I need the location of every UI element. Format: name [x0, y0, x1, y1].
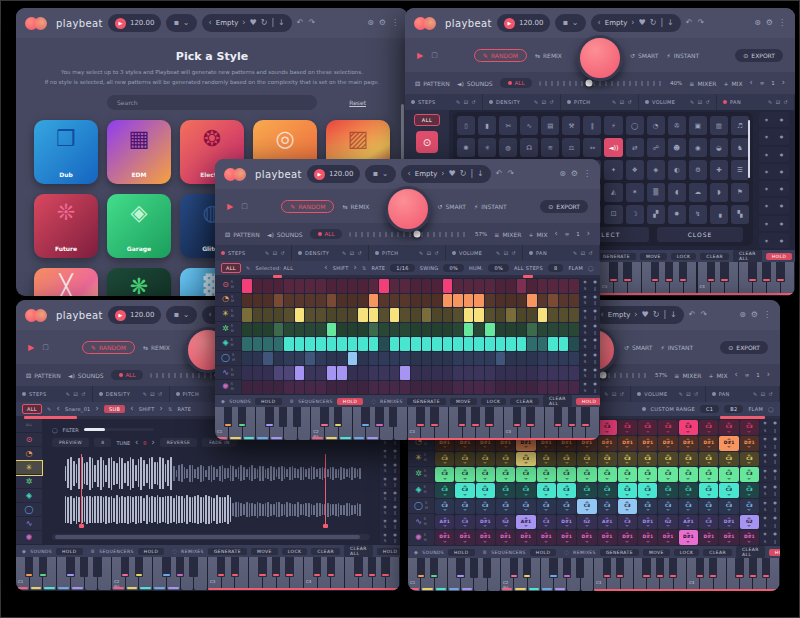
step-cell[interactable]: [253, 366, 263, 380]
note-cell[interactable]: C3: [719, 452, 738, 467]
dot-icon[interactable]: ●: [393, 462, 397, 467]
pitch-up-icon[interactable]: [646, 517, 650, 519]
note-cell[interactable]: D#1: [618, 530, 637, 545]
pitch-up-icon[interactable]: [504, 485, 508, 487]
step-cell[interactable]: [538, 381, 548, 395]
pitch-down-icon[interactable]: [565, 462, 569, 464]
solo-button[interactable]: S: [584, 344, 587, 349]
shift-left-button[interactable]: ‹: [324, 264, 328, 272]
note-cell[interactable]: C3: [679, 452, 698, 467]
step-cell[interactable]: [390, 366, 400, 380]
pitch-down-icon[interactable]: [565, 478, 569, 480]
next-sample-button[interactable]: ›: [96, 405, 100, 413]
pitch-up-icon[interactable]: [605, 469, 609, 471]
black-key[interactable]: [80, 557, 89, 577]
pitch-up-icon[interactable]: [747, 532, 751, 534]
pitch-down-icon[interactable]: [666, 446, 670, 448]
pitch-down-icon[interactable]: [544, 462, 548, 464]
pitch-down-icon[interactable]: [585, 509, 589, 511]
pitch-up-icon[interactable]: [585, 532, 589, 534]
pitch-up-icon[interactable]: [443, 517, 447, 519]
black-key[interactable]: [762, 558, 770, 578]
preview-value[interactable]: 8: [94, 438, 111, 447]
pitch-down-icon[interactable]: [544, 446, 548, 448]
step-cell[interactable]: [485, 294, 495, 308]
step-cell[interactable]: [263, 323, 273, 337]
note-cell[interactable]: C3: [496, 452, 515, 467]
step-cell[interactable]: [379, 308, 389, 322]
black-key[interactable]: [748, 262, 757, 282]
save-icon[interactable]: ↓: [670, 311, 677, 319]
pitch-down-icon[interactable]: [625, 494, 629, 496]
pitch-up-icon[interactable]: [483, 517, 487, 519]
bpm-display[interactable]: ▶120.00: [497, 14, 551, 32]
step-cell[interactable]: [369, 294, 379, 308]
black-key[interactable]: [25, 557, 34, 577]
note-cell[interactable]: C3: [658, 467, 677, 482]
note-cell[interactable]: C3: [577, 452, 596, 467]
pitch-down-icon[interactable]: [544, 478, 548, 480]
note-cell[interactable]: C3: [557, 483, 576, 498]
pitch-up-icon[interactable]: [585, 485, 589, 487]
note-cell[interactable]: A#1: [598, 515, 617, 530]
track-button-shaker[interactable]: ∿: [16, 517, 42, 531]
remix-button[interactable]: ⇆REMIX: [535, 52, 562, 59]
step-cell[interactable]: [327, 352, 337, 366]
step-cell[interactable]: [358, 337, 368, 351]
step-cell[interactable]: [242, 337, 252, 351]
step-cell[interactable]: [422, 294, 432, 308]
pitch-up-icon[interactable]: [747, 485, 751, 487]
headphone-icon[interactable]: ◉: [583, 367, 587, 372]
headphone-icon[interactable]: ◉: [763, 436, 767, 441]
sample-icon[interactable]: ▚: [731, 205, 749, 224]
step-cell[interactable]: [379, 352, 389, 366]
undo-button[interactable]: ↶: [496, 170, 503, 178]
tune-value[interactable]: 0: [143, 440, 146, 446]
redo-button[interactable]: ↷: [698, 19, 705, 27]
pitch-up-icon[interactable]: [565, 485, 569, 487]
pitch-down-icon[interactable]: [625, 446, 629, 448]
pattern-toggle[interactable]: ⚄PATTERN: [415, 80, 450, 87]
style-tile-future[interactable]: ❊Future: [34, 194, 98, 258]
pitch-down-icon[interactable]: [747, 525, 751, 527]
step-cell[interactable]: [422, 323, 432, 337]
step-cell[interactable]: [242, 279, 252, 293]
black-key[interactable]: [93, 557, 102, 577]
pitch-up-icon[interactable]: [605, 422, 609, 424]
step-cell[interactable]: [348, 337, 358, 351]
headphone-icon[interactable]: ◉: [763, 420, 767, 425]
step-cell[interactable]: [295, 337, 305, 351]
pitch-down-icon[interactable]: [463, 462, 467, 464]
pitch-down-icon[interactable]: [605, 541, 609, 543]
step-cell[interactable]: [305, 337, 315, 351]
preview-button[interactable]: PREVIEW: [52, 438, 89, 447]
settings-gear-icon[interactable]: ⚙: [766, 19, 773, 27]
stop-button[interactable]: ▢: [431, 51, 438, 59]
pitch-up-icon[interactable]: [463, 469, 467, 471]
step-cell[interactable]: [453, 352, 463, 366]
bpm-display[interactable]: ▶120.00: [307, 165, 361, 183]
clear-all-button[interactable]: CLEAR ALL: [733, 250, 762, 262]
pitch-up-icon[interactable]: [463, 501, 467, 503]
tune-down-button[interactable]: ‹: [135, 439, 138, 447]
next-preset-button[interactable]: ›: [242, 19, 245, 27]
pitch-down-icon[interactable]: [544, 541, 548, 543]
mix-button[interactable]: +MIX: [708, 372, 727, 379]
step-cell[interactable]: [295, 323, 305, 337]
step-cell[interactable]: [369, 352, 379, 366]
note-cell[interactable]: C3: [537, 499, 556, 514]
pitch-up-icon[interactable]: [565, 532, 569, 534]
headphone-icon[interactable]: ◉: [583, 308, 587, 313]
pitch-down-icon[interactable]: [524, 525, 528, 527]
dot-icon[interactable]: ●: [593, 279, 597, 284]
dot-icon[interactable]: ●: [773, 468, 777, 473]
step-cell[interactable]: [538, 366, 548, 380]
dot-icon[interactable]: ●: [780, 186, 784, 191]
all-selector[interactable]: ALL: [310, 229, 343, 239]
black-key[interactable]: [665, 262, 674, 282]
style-tile-garage[interactable]: ◈Garage: [107, 194, 171, 258]
step-cell[interactable]: [400, 337, 410, 351]
lock-button[interactable]: LOCK: [282, 548, 308, 555]
black-key[interactable]: [389, 407, 398, 427]
dot-icon[interactable]: ●: [773, 420, 777, 425]
